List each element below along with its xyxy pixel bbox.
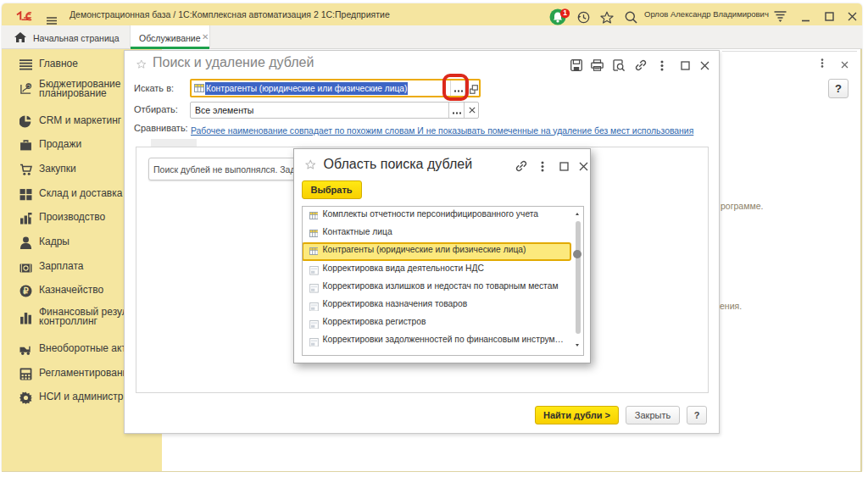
svg-text:₽: ₽ (23, 286, 29, 296)
svg-text:₽: ₽ (27, 83, 31, 89)
svg-text:1: 1 (563, 8, 567, 17)
